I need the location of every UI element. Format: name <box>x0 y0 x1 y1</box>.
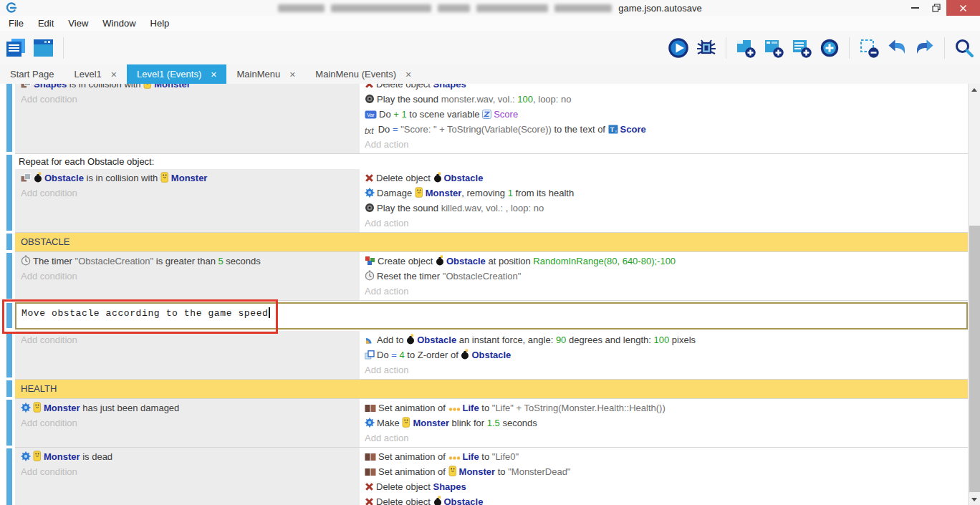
event-row: Monster has just been damagedAdd conditi… <box>15 399 968 448</box>
add-action-button[interactable]: Add action <box>365 284 968 299</box>
delete-icon <box>365 497 374 505</box>
add-event-icon[interactable] <box>734 37 757 59</box>
tab-close-icon[interactable]: × <box>289 69 295 80</box>
action-line[interactable]: Set animation of Life to "Life0" <box>365 449 968 464</box>
condition-line[interactable]: The timer "ObstacleCreation" is greater … <box>21 254 360 269</box>
event-highlight-bar <box>6 303 12 328</box>
action-line[interactable]: Add to Obstacle an instant force, angle:… <box>365 332 968 347</box>
redo-icon[interactable] <box>913 37 936 59</box>
text-segment: Obstacle <box>444 496 484 505</box>
condition-line[interactable]: Monster is dead <box>21 449 360 464</box>
toolbar-right <box>667 37 976 59</box>
add-action-button[interactable]: Add action <box>365 137 968 152</box>
add-condition-button[interactable]: Add condition <box>21 415 360 431</box>
bomb-icon <box>436 255 444 266</box>
group-banner-label[interactable]: HEALTH <box>15 380 968 398</box>
group-banner-label[interactable]: OBSTACLE <box>15 233 968 251</box>
menu-view[interactable]: View <box>61 16 95 31</box>
bomb-icon <box>461 349 469 360</box>
action-line[interactable]: Delete object Obstacle <box>365 494 968 505</box>
action-line[interactable]: Do = 4 to Z-order of Obstacle <box>365 347 968 362</box>
action-line[interactable]: Play the sound monster.wav, vol.: 100, l… <box>365 92 968 107</box>
delete-icon <box>365 173 374 183</box>
undo-icon[interactable] <box>885 37 908 59</box>
comment-edit-box[interactable]: Move obstacle according to the game spee… <box>15 302 968 330</box>
action-line[interactable]: Damage Monster, removing 1 from its heal… <box>365 186 968 201</box>
action-line[interactable]: Delete object Obstacle <box>365 170 968 186</box>
action-line[interactable]: Make Monster blink for 1.5 seconds <box>365 415 968 431</box>
action-line[interactable]: VarDo + 1 to scene variable Score <box>365 107 968 122</box>
condition-line[interactable]: Monster has just been damaged <box>21 400 360 415</box>
text-segment: Monster <box>44 451 80 462</box>
action-line[interactable]: Set animation of Monster to "MonsterDead… <box>365 464 968 479</box>
scroll-up-arrow[interactable] <box>969 84 980 95</box>
add-action-button[interactable]: Add action <box>365 216 968 231</box>
scrollbar-thumb[interactable] <box>969 226 980 492</box>
event-body: Shapes is in collision with MonsterAdd c… <box>15 84 968 153</box>
condition-line[interactable]: Obstacle is in collision with Monster <box>21 170 360 186</box>
restore-button[interactable] <box>926 0 946 16</box>
add-comment-icon[interactable] <box>790 37 813 59</box>
menu-file[interactable]: File <box>1 16 31 31</box>
vertical-scrollbar[interactable] <box>968 84 980 505</box>
text-segment: Delete object <box>376 173 433 183</box>
add-action-button[interactable]: Add action <box>365 362 968 377</box>
minimize-button[interactable] <box>905 0 926 16</box>
add-condition-button[interactable]: Add condition <box>21 332 360 347</box>
add-condition-button[interactable]: Add condition <box>21 92 360 107</box>
tab-mainmenu[interactable]: MainMenu× <box>226 64 305 84</box>
menu-edit[interactable]: Edit <box>31 16 61 31</box>
repeat-header[interactable]: Repeat for each Obstacle object: <box>15 154 968 169</box>
add-condition-button[interactable]: Add condition <box>21 186 360 201</box>
tab-close-icon[interactable]: × <box>111 69 117 80</box>
text-segment: Shapes <box>34 84 67 90</box>
debug-icon[interactable] <box>695 37 718 59</box>
action-line[interactable]: Delete object Shapes <box>365 479 968 494</box>
add-circle-icon[interactable] <box>818 37 841 59</box>
title-bar: game.json.autosave <box>0 0 980 16</box>
condition-line[interactable]: Shapes is in collision with Monster <box>21 84 360 92</box>
menu-help[interactable]: Help <box>143 16 177 31</box>
text-segment: 5 <box>218 256 224 266</box>
text-cursor <box>269 307 270 318</box>
redacted-title-segment <box>476 4 548 12</box>
tab-level1[interactable]: Level1× <box>64 64 127 84</box>
remove-event-icon[interactable] <box>858 37 880 59</box>
text-segment: Score <box>494 109 518 120</box>
monster-icon <box>143 84 152 89</box>
action-line[interactable]: Create object Obstacle at position Rando… <box>365 254 968 269</box>
tab-close-icon[interactable]: × <box>405 69 411 80</box>
text-segment: Add action <box>365 365 408 375</box>
menu-window[interactable]: Window <box>95 16 143 31</box>
add-subevent-icon[interactable] <box>762 37 785 59</box>
add-condition-button[interactable]: Add condition <box>21 269 360 284</box>
action-line[interactable]: Reset the timer "ObstacleCreation" <box>365 269 968 284</box>
action-line[interactable]: txtDo = "Score: " + ToString(Variable(Sc… <box>365 122 968 137</box>
scroll-down-arrow[interactable] <box>969 494 980 505</box>
text-segment: Obstacle <box>444 173 484 183</box>
text-segment: Add condition <box>21 188 77 198</box>
tab-label: Level1 <box>74 69 101 80</box>
action-line[interactable]: Set animation of Life to "Life" + ToStri… <box>365 400 968 415</box>
action-line[interactable]: Play the sound killed.wav, vol.: , loop:… <box>365 201 968 216</box>
add-condition-button[interactable]: Add condition <box>21 464 360 479</box>
monster-icon <box>33 402 42 413</box>
text-segment: + 1 <box>393 109 406 120</box>
tab-mainmenu-events[interactable]: MainMenu (Events)× <box>305 64 421 84</box>
text-segment: Play the sound <box>377 94 441 105</box>
tab-start-page[interactable]: Start Page <box>0 64 64 84</box>
action-line[interactable]: Delete object Shapes <box>365 84 968 92</box>
event-highlight-bar <box>6 380 12 397</box>
scene-editor-icon[interactable] <box>32 37 55 59</box>
tab-level1-events[interactable]: Level1 (Events)× <box>127 64 227 84</box>
tab-close-icon[interactable]: × <box>211 69 216 80</box>
create-icon <box>365 256 375 266</box>
close-button[interactable] <box>946 0 980 16</box>
search-icon[interactable] <box>953 37 976 59</box>
animation-icon <box>365 468 376 476</box>
actions-column: Create object Obstacle at position Rando… <box>361 252 968 300</box>
add-action-button[interactable]: Add action <box>365 431 968 446</box>
text-segment: is in collision with <box>67 84 143 90</box>
play-icon[interactable] <box>667 37 690 59</box>
project-manager-icon[interactable] <box>4 37 27 59</box>
